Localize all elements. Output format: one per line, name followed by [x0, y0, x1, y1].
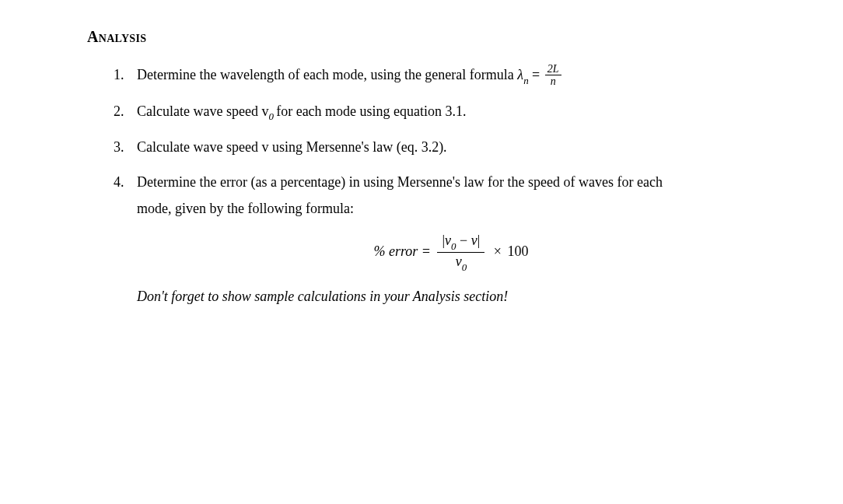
item-text: Determine the wavelength of each mode, u…: [137, 67, 517, 82]
analysis-list: 1. Determine the wavelength of each mode…: [87, 62, 765, 310]
item-number: 3.: [114, 135, 124, 160]
times-sign: ×: [490, 243, 505, 259]
percent-error-formula: % error = |v0 − v|v0 × 100: [137, 233, 765, 273]
equals-sign: =: [529, 67, 544, 82]
minus: −: [456, 233, 471, 248]
fraction-denominator: v0: [451, 253, 471, 272]
display-fraction: |v0 − v|v0: [437, 233, 484, 273]
fraction-denominator: n: [548, 75, 558, 87]
item-text-line1: Determine the error (as a percentage) in…: [137, 170, 765, 195]
fraction-numerator: 2L: [545, 63, 561, 75]
item-text: Calculate wave speed v: [137, 103, 268, 119]
denom-v: v: [456, 254, 462, 269]
lambda-symbol: λ: [517, 67, 523, 82]
inline-fraction: 2Ln: [545, 63, 561, 86]
item-text-after: for each mode using equation 3.1.: [276, 103, 466, 119]
section-heading: Analysis: [87, 25, 765, 48]
v0: v: [445, 233, 451, 248]
list-item-1: 1. Determine the wavelength of each mode…: [114, 62, 765, 89]
item-text: Calculate wave speed v using Mersenne's …: [137, 139, 447, 155]
item-number: 1.: [114, 62, 124, 88]
fraction-numerator: |v0 − v|: [437, 233, 484, 253]
lambda-subscript: n: [523, 75, 528, 86]
item-number: 2.: [114, 99, 124, 124]
hundred: 100: [508, 243, 529, 259]
abs-close: |: [477, 233, 481, 248]
v: v: [471, 233, 477, 248]
item-text-line2: mode, given by the following formula:: [137, 196, 765, 222]
item-number: 4.: [114, 170, 124, 195]
list-item-3: 3. Calculate wave speed v using Mersenne…: [114, 135, 765, 160]
list-item-2: 2. Calculate wave speed v0 for each mode…: [114, 99, 765, 126]
v-subscript: 0: [268, 110, 276, 122]
denom-sub: 0: [462, 261, 467, 273]
reminder-text: Don't forget to show sample calculations…: [137, 284, 765, 310]
formula-lhs: % error =: [374, 243, 435, 259]
list-item-4: 4. Determine the error (as a percentage)…: [114, 170, 765, 310]
v0-sub: 0: [451, 240, 456, 252]
